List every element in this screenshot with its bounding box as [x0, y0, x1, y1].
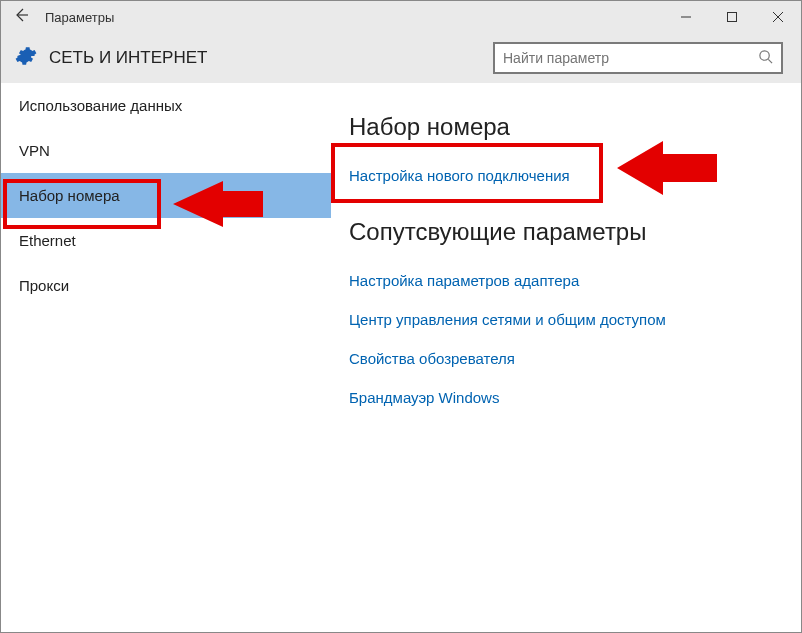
annotation-arrow-link [617, 141, 717, 195]
minimize-button[interactable] [663, 1, 709, 33]
section-title-dialup: Набор номера [349, 113, 791, 141]
body: Использование данных VPN Набор номера Et… [1, 83, 801, 632]
svg-line-5 [768, 59, 772, 63]
search-box[interactable] [493, 42, 783, 74]
sidebar-item-vpn[interactable]: VPN [1, 128, 331, 173]
search-input[interactable] [503, 50, 758, 66]
window-title: Параметры [45, 10, 663, 25]
page-header: СЕТЬ И ИНТЕРНЕТ [1, 33, 801, 83]
sidebar: Использование данных VPN Набор номера Et… [1, 83, 331, 632]
maximize-button[interactable] [709, 1, 755, 33]
svg-marker-7 [617, 141, 717, 195]
sidebar-item-proxy[interactable]: Прокси [1, 263, 331, 308]
close-button[interactable] [755, 1, 801, 33]
page-title: СЕТЬ И ИНТЕРНЕТ [49, 48, 493, 68]
link-network-center[interactable]: Центр управления сетями и общим доступом [349, 303, 666, 336]
titlebar: Параметры [1, 1, 801, 33]
gear-icon [15, 45, 37, 71]
link-firewall[interactable]: Брандмауэр Windows [349, 381, 499, 414]
link-adapter-settings[interactable]: Настройка параметров адаптера [349, 264, 579, 297]
sidebar-item-ethernet[interactable]: Ethernet [1, 218, 331, 263]
main-content: Набор номера Настройка нового подключени… [331, 83, 801, 632]
svg-point-4 [760, 50, 769, 59]
link-browser-props[interactable]: Свойства обозревателя [349, 342, 515, 375]
back-button[interactable] [13, 7, 45, 28]
svg-rect-1 [728, 13, 737, 22]
section-title-related: Сопутсвующие параметры [349, 218, 791, 246]
search-icon [758, 49, 773, 68]
window-controls [663, 1, 801, 33]
sidebar-item-dialup[interactable]: Набор номера [1, 173, 331, 218]
sidebar-item-data-usage[interactable]: Использование данных [1, 83, 331, 128]
link-new-connection[interactable]: Настройка нового подключения [349, 159, 570, 192]
